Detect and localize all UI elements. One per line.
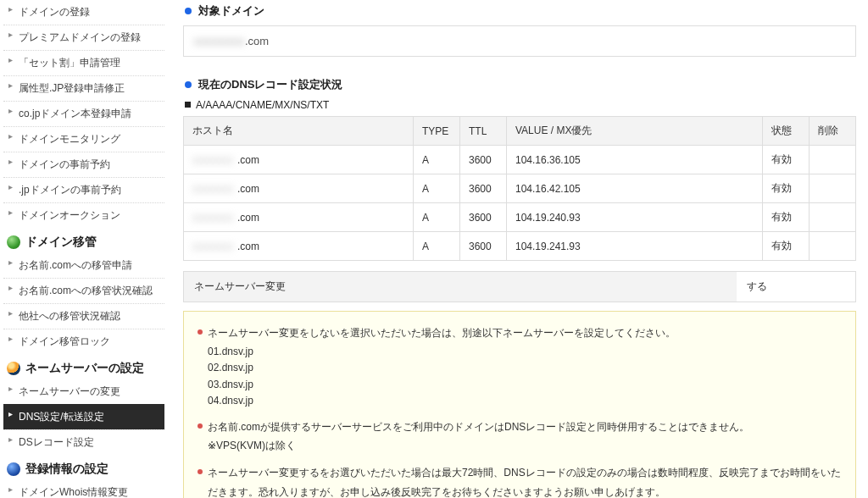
cell-host: xxxxxxx.com (184, 146, 414, 174)
cell-delete[interactable] (810, 232, 856, 261)
nameserver-entry: 03.dnsv.jp (208, 377, 842, 393)
col-ttl: TTL (459, 117, 506, 146)
notice-text: ネームサーバー変更するをお選びいただいた場合は最大72時間、DNSレコードの設定… (208, 467, 841, 497)
notice-text: ネームサーバー変更をしないを選択いただいた場合は、別途以下ネームサーバーを設定し… (208, 327, 676, 339)
sidebar-item[interactable]: ドメイン移管ロック (3, 329, 164, 354)
cell-value: 104.16.42.105 (506, 174, 762, 203)
sidebar-header-reginfo: 登録情報の設定 (3, 455, 164, 480)
ns-change-row: ネームサーバー変更 する (183, 271, 856, 302)
sidebar-item[interactable]: ドメインの登録 (3, 0, 164, 25)
cell-state: 有効 (763, 232, 810, 261)
col-state: 状態 (763, 117, 810, 146)
sidebar-item[interactable]: プレミアムドメインの登録 (3, 25, 164, 50)
cell-value: 104.16.36.105 (506, 146, 762, 174)
sidebar-group-register: ドメインの登録 プレミアムドメインの登録 「セット割」申請管理 属性型.JP登録… (3, 0, 164, 228)
nameserver-icon (7, 362, 20, 375)
notice-item: ネームサーバー変更をしないを選択いただいた場合は、別途以下ネームサーバーを設定し… (198, 324, 842, 409)
record-types-line: A/AAAA/CNAME/MX/NS/TXT (185, 99, 856, 111)
sidebar-item[interactable]: ドメインモニタリング (3, 126, 164, 152)
cell-value: 104.19.241.93 (506, 232, 762, 261)
cell-type: A (413, 232, 459, 261)
reginfo-icon (7, 462, 20, 476)
sidebar-header-label: 登録情報の設定 (25, 462, 108, 477)
sidebar: ドメインの登録 プレミアムドメインの登録 「セット割」申請管理 属性型.JP登録… (3, 0, 164, 498)
bullet-icon (185, 81, 192, 88)
table-row: xxxxxxx.com A 3600 104.19.241.93 有効 (184, 232, 856, 261)
col-value: VALUE / MX優先 (506, 117, 762, 146)
cell-ttl: 3600 (459, 232, 506, 261)
square-icon (185, 102, 191, 108)
sidebar-group-transfer: お名前.comへの移管申請 お名前.comへの移管状況確認 他社への移管状況確認… (3, 253, 164, 354)
nameserver-entry: 01.dnsv.jp (208, 344, 842, 360)
ns-change-label: ネームサーバー変更 (184, 272, 737, 302)
cell-value: 104.19.240.93 (506, 203, 762, 232)
cell-delete[interactable] (810, 203, 856, 232)
dns-records-table: ホスト名 TYPE TTL VALUE / MX優先 状態 削除 xxxxxxx… (183, 116, 856, 261)
cell-ttl: 3600 (459, 146, 506, 174)
nameserver-entry: 04.dnsv.jp (208, 393, 842, 409)
sidebar-group-reginfo: ドメインWhois情報変更 Whois情報公開代行設定 Whois情報公開代行メ… (3, 480, 164, 498)
sidebar-header-label: ネームサーバーの設定 (25, 361, 144, 376)
notice-text: お名前.comが提供するサーバーサービスをご利用中のドメインはDNSレコード設定… (208, 421, 749, 433)
notice-item: ネームサーバー変更するをお選びいただいた場合は最大72時間、DNSレコードの設定… (198, 463, 842, 498)
cell-ttl: 3600 (459, 174, 506, 203)
target-domain-box: xxxxxxxx.com (183, 25, 856, 57)
cell-type: A (413, 146, 459, 174)
domain-name-blurred: xxxxxxxx (194, 35, 245, 47)
sidebar-item[interactable]: ドメインWhois情報変更 (3, 480, 164, 498)
table-row: xxxxxxx.com A 3600 104.16.36.105 有効 (184, 146, 856, 174)
sidebar-header-label: ドメイン移管 (25, 235, 97, 250)
sidebar-item[interactable]: .jpドメインの事前予約 (3, 177, 164, 202)
notice-text-sub: ※VPS(KVM)は除く (208, 440, 296, 451)
cell-host: xxxxxxx.com (184, 174, 414, 203)
sidebar-item[interactable]: ドメインの事前予約 (3, 152, 164, 177)
cell-type: A (413, 203, 459, 232)
col-type: TYPE (413, 117, 459, 146)
table-row: xxxxxxx.com A 3600 104.16.42.105 有効 (184, 174, 856, 203)
bullet-icon (185, 8, 192, 14)
cell-state: 有効 (763, 146, 810, 174)
cell-host: xxxxxxx.com (184, 232, 414, 261)
table-row: xxxxxxx.com A 3600 104.19.240.93 有効 (184, 203, 856, 232)
section-title-label: 対象ドメイン (198, 3, 264, 19)
sidebar-header-nameserver: ネームサーバーの設定 (3, 354, 164, 379)
sidebar-item[interactable]: お名前.comへの移管状況確認 (3, 278, 164, 303)
notice-item: お名前.comが提供するサーバーサービスをご利用中のドメインはDNSレコード設定… (198, 418, 842, 455)
sidebar-item[interactable]: co.jpドメイン本登録申請 (3, 101, 164, 126)
cell-host: xxxxxxx.com (184, 203, 414, 232)
sidebar-item[interactable]: 「セット割」申請管理 (3, 50, 164, 75)
section-current-dns: 現在のDNSレコード設定状況 (185, 77, 856, 92)
sidebar-item[interactable]: 他社への移管状況確認 (3, 303, 164, 329)
sidebar-item[interactable]: 属性型.JP登録申請修正 (3, 75, 164, 101)
sidebar-item-dns-settings[interactable]: DNS設定/転送設定 (3, 404, 164, 429)
sidebar-item[interactable]: DSレコード設定 (3, 429, 164, 455)
sidebar-item[interactable]: ドメインオークション (3, 202, 164, 228)
cell-type: A (413, 174, 459, 203)
notice-box: ネームサーバー変更をしないを選択いただいた場合は、別途以下ネームサーバーを設定し… (183, 311, 856, 498)
cell-state: 有効 (763, 174, 810, 203)
cell-ttl: 3600 (459, 203, 506, 232)
cell-state: 有効 (763, 203, 810, 232)
col-delete: 削除 (810, 117, 856, 146)
section-target-domain: 対象ドメイン (185, 3, 856, 19)
ns-change-value[interactable]: する (737, 272, 855, 302)
cell-delete[interactable] (810, 146, 856, 174)
record-types-label: A/AAAA/CNAME/MX/NS/TXT (196, 99, 329, 111)
col-host: ホスト名 (184, 117, 414, 146)
main-content: 対象ドメイン xxxxxxxx.com 現在のDNSレコード設定状況 A/AAA… (164, 0, 865, 498)
globe-icon (7, 235, 20, 249)
nameserver-list: 01.dnsv.jp 02.dnsv.jp 03.dnsv.jp 04.dnsv… (208, 344, 842, 409)
domain-name-suffix: .com (245, 35, 269, 47)
sidebar-item[interactable]: ネームサーバーの変更 (3, 379, 164, 404)
section-title-label: 現在のDNSレコード設定状況 (198, 77, 342, 92)
sidebar-header-transfer: ドメイン移管 (3, 228, 164, 253)
sidebar-group-nameserver: ネームサーバーの変更 DNS設定/転送設定 DSレコード設定 (3, 379, 164, 455)
sidebar-item[interactable]: お名前.comへの移管申請 (3, 253, 164, 278)
cell-delete[interactable] (810, 174, 856, 203)
nameserver-entry: 02.dnsv.jp (208, 360, 842, 376)
